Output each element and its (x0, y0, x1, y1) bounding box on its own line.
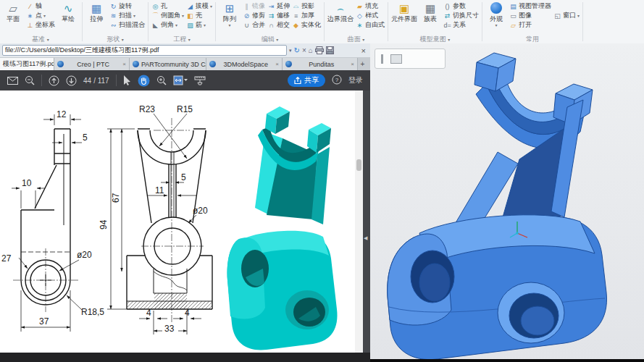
share-icon (294, 77, 301, 84)
project-button[interactable]: ⌓投影 (292, 1, 321, 11)
model-intent-group-label[interactable]: 模型意图 ▾ (391, 35, 479, 43)
select-tool-button[interactable] (123, 75, 131, 85)
pattern-button[interactable]: ⊞ 阵列 ▾ (219, 1, 241, 28)
tab-punditas[interactable]: Punditas × (283, 58, 358, 70)
trim-icon: ⊘ (243, 12, 251, 20)
fill-button[interactable]: ▰填充 (356, 1, 385, 11)
tab-close-icon[interactable]: × (122, 61, 126, 67)
freestyle-button[interactable]: ∗自由式 (356, 20, 385, 30)
boundary-blend-button[interactable]: ⌢ 边界混合 (327, 1, 354, 22)
window-button[interactable]: ◱窗口▾ (553, 11, 580, 20)
intersect-button[interactable]: ∩相交 (267, 20, 290, 30)
prev-page-button[interactable] (49, 75, 59, 86)
round-button[interactable]: ⌒倒圆角▾ (151, 11, 184, 20)
view-manager-icon: ▤ (509, 3, 517, 10)
image-icon: ▭ (509, 12, 517, 20)
swept-blend-button[interactable]: ∾扫描混合 (109, 20, 145, 30)
thicken-button[interactable]: ≡加厚 (292, 11, 321, 20)
trim-button[interactable]: ⊘修剪 (243, 11, 265, 20)
browser-close-button[interactable]: × (361, 46, 368, 55)
open-button[interactable]: ▱打开 (509, 20, 551, 30)
signin-button[interactable]: 登录 (348, 75, 363, 85)
revolve-button[interactable]: ↻旋转 (109, 1, 145, 11)
home-button[interactable]: ⌂ (309, 46, 313, 56)
surfaces-group-label[interactable]: 曲面 ▾ (327, 35, 385, 43)
measure-tool-button[interactable] (194, 76, 206, 85)
merge-icon: ∪ (243, 22, 251, 29)
url-dropdown-button[interactable]: ▾ (289, 46, 292, 56)
chamfer-button[interactable]: ◣倒角▾ (151, 20, 184, 30)
stop-button[interactable]: × (302, 46, 306, 56)
csys-button[interactable]: ⊥坐标系 (26, 20, 55, 30)
fit-page-button[interactable] (173, 75, 188, 85)
next-page-button[interactable] (66, 75, 77, 86)
chevron-down-icon: ▾ (204, 22, 206, 28)
new-tab-button[interactable]: + (358, 58, 367, 70)
toolbar-separator (116, 75, 117, 86)
panel-splitter[interactable]: ◀ (363, 90, 370, 353)
tab-pdf[interactable]: 模练习图117例.pdf × (0, 58, 54, 70)
tab-creo-ptc[interactable]: Creo | PTC × (54, 58, 130, 70)
draft-button[interactable]: ◢拔模▾ (186, 1, 212, 11)
family-table-button[interactable]: ▦ 族表 (419, 1, 441, 22)
zoom-in-button[interactable] (156, 75, 167, 85)
point-button[interactable]: ∗点▾ (26, 11, 55, 20)
shapes-group-label[interactable]: 形状 ▾ (85, 35, 145, 43)
engineering-group-label[interactable]: 工程 ▾ (151, 35, 212, 43)
sketch-icon: ∿ (64, 1, 73, 15)
point-icon: ∗ (26, 12, 34, 20)
image-button[interactable]: ▭图像 (509, 11, 551, 20)
tab-3dmodelspace[interactable]: 3DModelSpace × (206, 58, 283, 70)
view-manager-button[interactable]: ▤视图管理器 (509, 1, 551, 11)
refresh-button[interactable]: ↻ (294, 46, 300, 56)
email-button[interactable] (7, 77, 18, 85)
switch-dims-button[interactable]: ⇄切换尺寸 (443, 11, 479, 20)
url-input[interactable]: file:///C:/Users/dell/Desktop/三维建模练习图117… (2, 45, 287, 56)
site-favicon (209, 61, 216, 67)
style-button[interactable]: ◇样式 (356, 11, 385, 20)
component-interface-button[interactable]: ▣ 元件界面 (391, 1, 417, 22)
page-number-input[interactable]: 44 (83, 77, 91, 85)
creo-application-window: ▱ 平面 ∕轴 ∗点▾ ⊥坐标系 ∿ 草绘 基准 ▾ ▦ 拉 (0, 0, 644, 362)
appearance-button[interactable]: 外观 ▾ (485, 1, 507, 28)
mirror-button[interactable]: ∥镜像 (243, 1, 265, 11)
svg-text:94: 94 (99, 219, 109, 230)
help-button[interactable]: ? (332, 75, 342, 86)
merge-button[interactable]: ∪合并 (243, 20, 265, 30)
solidify-button[interactable]: ◆实体化 (292, 20, 321, 30)
ribbon-divider (388, 2, 388, 41)
switch-dims-icon: ⇄ (443, 12, 451, 20)
save-button[interactable] (326, 46, 334, 54)
rib-button[interactable]: ▨筋▾ (186, 20, 212, 30)
sweep-button[interactable]: ≋扫描▾ (109, 11, 145, 20)
pdf-content-area[interactable]: 12 5 10 27 ø20 R18,5 37 (0, 90, 370, 353)
print-button[interactable] (315, 46, 324, 54)
extend-button[interactable]: ⇥延伸 (267, 1, 290, 11)
edit-group-label[interactable]: 编辑 ▾ (219, 35, 321, 43)
svg-text:R18,5: R18,5 (81, 307, 104, 317)
creo-3d-viewport[interactable] (370, 43, 644, 362)
shell-button[interactable]: ◧壳 (186, 11, 212, 20)
collapse-panel-icon[interactable]: ◀ (364, 235, 367, 241)
axis-button[interactable]: ∕轴 (26, 1, 55, 11)
plane-button[interactable]: ▱ 平面 (2, 1, 24, 22)
datum-group-label[interactable]: 基准 ▾ (2, 35, 79, 43)
sketch-button[interactable]: ∿ 草绘 (57, 1, 79, 22)
parameters-button[interactable]: ()参数 (443, 1, 479, 11)
tab-close-icon[interactable]: × (351, 61, 354, 67)
pdf-scrollbar-thumb[interactable] (356, 159, 361, 171)
tab-partcommunity[interactable]: PARTcommunity 3D CAD × (130, 58, 206, 70)
offset-button[interactable]: ⇉偏移 (267, 11, 290, 20)
pdf-toolbar: 44/ 117 共享 ? 登录 (0, 70, 370, 90)
hand-tool-button[interactable] (138, 75, 150, 87)
pdf-scrollbar[interactable] (355, 90, 363, 353)
zoom-out-button[interactable] (25, 75, 35, 85)
tab-close-icon[interactable]: × (275, 61, 279, 67)
in-graphics-toolbar[interactable] (375, 49, 446, 69)
site-favicon (285, 61, 292, 67)
share-button[interactable]: 共享 (288, 74, 325, 87)
hole-button[interactable]: ◎孔 (151, 1, 184, 11)
extrude-button[interactable]: ▦ 拉伸 (85, 1, 107, 22)
pattern-icon: ⊞ (225, 1, 235, 15)
relations-button[interactable]: d=关系 (443, 20, 479, 30)
